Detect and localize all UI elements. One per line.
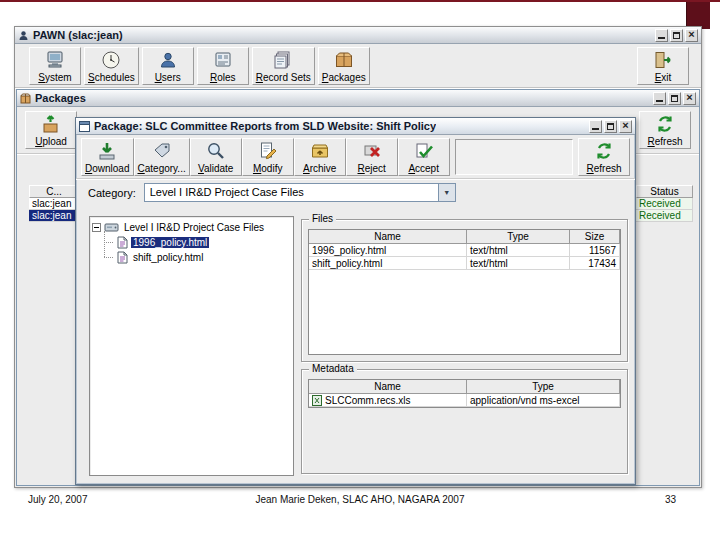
- roles-button[interactable]: Roles: [197, 47, 249, 85]
- metadata-type-cell: application/vnd ms-excel: [467, 394, 620, 407]
- metadata-table: Name Type SLCComm.recs.xls application/v…: [308, 379, 621, 408]
- record-sets-button[interactable]: Record Sets: [252, 47, 315, 85]
- system-label: System: [38, 72, 71, 83]
- maximize-button[interactable]: [670, 29, 683, 42]
- collapse-icon[interactable]: [92, 223, 101, 232]
- dialog-window-icon: [79, 121, 90, 132]
- toolbar-recessed-area: [455, 139, 573, 175]
- type-column-header[interactable]: Type: [467, 230, 570, 244]
- packages-button[interactable]: Packages: [318, 47, 370, 85]
- creator-column-header[interactable]: C...: [29, 185, 79, 198]
- close-button[interactable]: [683, 92, 696, 105]
- schedules-clock-icon: [100, 49, 122, 71]
- exit-button[interactable]: Exit: [637, 47, 689, 85]
- tree-root-node[interactable]: Level I IR&D Project Case Files: [92, 220, 291, 235]
- metadata-name-text: SLCComm.recs.xls: [325, 394, 411, 407]
- table-row[interactable]: shift_policy.html text/html 17434: [309, 257, 620, 270]
- packages-label: Packages: [322, 72, 366, 83]
- footer-credit: Jean Marie Deken, SLAC AHO, NAGARA 2007: [0, 494, 720, 505]
- upload-button[interactable]: Upload: [25, 111, 77, 149]
- system-icon: [44, 49, 66, 71]
- category-tag-icon: [151, 140, 173, 162]
- packages-titlebar[interactable]: Packages: [17, 90, 699, 107]
- type-column-header[interactable]: Type: [467, 380, 620, 394]
- packages-window-icon: [20, 93, 31, 104]
- status-column-header[interactable]: Status: [636, 185, 693, 198]
- users-button[interactable]: Users: [142, 47, 194, 85]
- refresh-icon: [654, 113, 676, 135]
- validate-label: Validate: [198, 163, 233, 174]
- archive-label: Archive: [303, 163, 336, 174]
- tree-root-label: Level I IR&D Project Case Files: [122, 222, 266, 233]
- schedules-label: Schedules: [88, 72, 135, 83]
- file-type-cell: text/html: [467, 257, 570, 270]
- packages-refresh-button[interactable]: Refresh: [639, 111, 691, 149]
- accept-label: Accept: [408, 163, 439, 174]
- packages-window-controls: [653, 92, 696, 105]
- size-column-header[interactable]: Size: [570, 230, 620, 244]
- archive-folder-icon: [309, 140, 331, 162]
- dialog-titlebar[interactable]: Package: SLC Committee Reports from SLD …: [76, 118, 635, 135]
- dialog-title: Package: SLC Committee Reports from SLD …: [94, 120, 436, 132]
- refresh-icon: [593, 140, 615, 162]
- creator-cell: slac:jean: [29, 198, 79, 210]
- creator-cell: slac:jean: [29, 210, 79, 222]
- category-row: Category: Level I IR&D Project Case File…: [76, 179, 635, 206]
- accept-check-icon: [413, 140, 435, 162]
- close-button[interactable]: [619, 120, 632, 133]
- exit-door-icon: [652, 49, 674, 71]
- tree-node[interactable]: shift_policy.html: [92, 250, 291, 265]
- table-row[interactable]: 1996_policy.html text/html 11567: [309, 244, 620, 257]
- dialog-refresh-button[interactable]: Refresh: [578, 138, 630, 176]
- archive-button[interactable]: Archive: [294, 138, 346, 176]
- presentation-slide: PAWN (slac:jean) System Schedules Users: [0, 0, 720, 540]
- minimize-button[interactable]: [589, 120, 602, 133]
- main-window-controls: [655, 29, 698, 42]
- modify-pencil-icon: [257, 140, 279, 162]
- file-size-cell: 17434: [570, 257, 620, 270]
- status-cell: Received: [636, 198, 693, 210]
- system-button[interactable]: System: [29, 47, 81, 85]
- users-label: Users: [155, 72, 181, 83]
- refresh-label: Refresh: [647, 136, 682, 147]
- file-size-cell: 11567: [570, 244, 620, 257]
- name-column-header[interactable]: Name: [309, 380, 467, 394]
- close-button[interactable]: [685, 29, 698, 42]
- tree-node-label-selected: 1996_policy.html: [131, 237, 209, 248]
- users-person-icon: [157, 49, 179, 71]
- slide-bottom-rule: [0, 0, 720, 2]
- validate-button[interactable]: Validate: [190, 138, 242, 176]
- download-label: Download: [85, 163, 130, 174]
- minimize-button[interactable]: [655, 29, 668, 42]
- exit-label: Exit: [655, 72, 672, 83]
- metadata-table-header: Name Type: [309, 380, 620, 394]
- metadata-groupbox: Metadata Name Type SLCComm.recs.xls appl…: [301, 369, 628, 474]
- status-cell: Received: [636, 210, 693, 222]
- tree-children: 1996_policy.html shift_policy.html: [92, 235, 291, 265]
- table-row[interactable]: SLCComm.recs.xls application/vnd ms-exce…: [309, 394, 620, 407]
- main-window-titlebar[interactable]: PAWN (slac:jean): [15, 27, 701, 44]
- refresh-label: Refresh: [586, 163, 621, 174]
- chevron-down-icon[interactable]: [438, 184, 455, 201]
- maximize-button[interactable]: [668, 92, 681, 105]
- files-table: Name Type Size 1996_policy.html text/htm…: [308, 229, 621, 355]
- accept-button[interactable]: Accept: [398, 138, 450, 176]
- slide-corner-accent: [686, 0, 710, 29]
- reject-button[interactable]: Reject: [346, 138, 398, 176]
- tree-node[interactable]: 1996_policy.html: [92, 235, 291, 250]
- upload-label: Upload: [35, 136, 67, 147]
- category-selected-value: Level I IR&D Project Case Files: [145, 184, 438, 201]
- files-table-header: Name Type Size: [309, 230, 620, 244]
- name-column-header[interactable]: Name: [309, 230, 467, 244]
- reject-x-icon: [361, 140, 383, 162]
- category-combobox[interactable]: Level I IR&D Project Case Files: [144, 183, 456, 202]
- minimize-button[interactable]: [653, 92, 666, 105]
- category-button[interactable]: Category...: [134, 138, 190, 176]
- file-type-cell: text/html: [467, 244, 570, 257]
- maximize-button[interactable]: [604, 120, 617, 133]
- modify-button[interactable]: Modify: [242, 138, 294, 176]
- dialog-toolbar: Download Category... Validate Modify Arc…: [76, 135, 635, 179]
- schedules-button[interactable]: Schedules: [84, 47, 139, 85]
- download-button[interactable]: Download: [81, 138, 134, 176]
- files-group-title: Files: [309, 213, 336, 224]
